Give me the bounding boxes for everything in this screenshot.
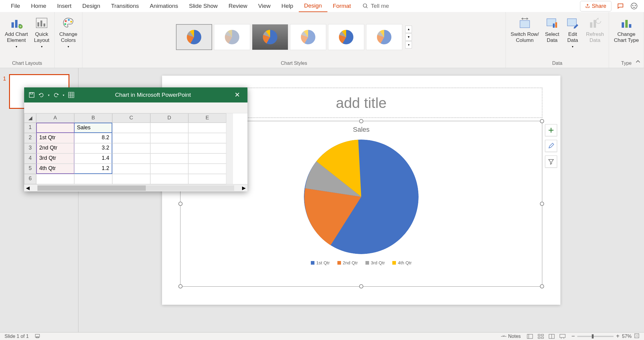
row-header-5[interactable]: 5	[24, 164, 36, 174]
col-header-d[interactable]: D	[150, 113, 188, 123]
chart-styles-button[interactable]	[545, 140, 557, 152]
cell-d3[interactable]	[150, 143, 188, 153]
vertical-scrollbar[interactable]	[226, 113, 233, 184]
cell-a3[interactable]: 2nd Qtr	[36, 143, 74, 153]
cell-a5[interactable]: 4th Qtr	[36, 164, 74, 174]
chart-style-2[interactable]	[214, 24, 250, 50]
col-header-b[interactable]: B	[74, 113, 112, 123]
slideshow-view-button[interactable]	[559, 333, 566, 339]
zoom-in-button[interactable]: +	[616, 333, 620, 340]
row-header-1[interactable]: 1	[24, 123, 36, 133]
row-header-2[interactable]: 2	[24, 133, 36, 143]
add-chart-element-button[interactable]: + Add Chart Element ▾	[4, 14, 29, 49]
select-data-button[interactable]: Select Data	[544, 14, 561, 45]
menu-file[interactable]: File	[5, 0, 26, 12]
cell-a6[interactable]	[36, 174, 74, 184]
zoom-slider[interactable]	[577, 336, 614, 337]
edit-data-button[interactable]: Edit Data ▾	[564, 14, 581, 49]
cell-c4[interactable]	[112, 153, 150, 164]
change-colors-button[interactable]: Change Colors ▾	[58, 14, 79, 49]
menu-transitions[interactable]: Transitions	[106, 0, 144, 12]
refresh-data-button[interactable]: Refresh Data	[585, 14, 605, 45]
reading-view-button[interactable]	[548, 333, 555, 339]
cell-d5[interactable]	[150, 164, 188, 174]
sorter-view-button[interactable]	[537, 333, 544, 339]
cell-b5[interactable]: 1.2	[74, 164, 112, 174]
cell-c5[interactable]	[112, 164, 150, 174]
cell-e2[interactable]	[188, 133, 226, 143]
fit-to-window-button[interactable]	[634, 333, 639, 340]
menu-help[interactable]: Help	[276, 0, 298, 12]
zoom-level[interactable]: 57%	[622, 334, 632, 339]
chart-style-1[interactable]	[176, 24, 212, 50]
change-chart-type-button[interactable]: Change Chart Type	[613, 14, 640, 45]
row-header-4[interactable]: 4	[24, 153, 36, 164]
cell-d2[interactable]	[150, 133, 188, 143]
menu-chart-format[interactable]: Format	[327, 0, 356, 12]
col-header-c[interactable]: C	[112, 113, 150, 123]
menu-animations[interactable]: Animations	[144, 0, 183, 12]
accessibility-button[interactable]	[35, 333, 40, 340]
cell-a2[interactable]: 1st Qtr	[36, 133, 74, 143]
chart-style-5[interactable]	[328, 24, 364, 50]
excel-formula-bar[interactable]	[24, 102, 247, 113]
notes-button[interactable]: Notes	[501, 334, 521, 339]
normal-view-button[interactable]	[526, 333, 534, 339]
cell-d4[interactable]	[150, 153, 188, 164]
cell-d1[interactable]	[150, 123, 188, 133]
chart-legend[interactable]: 1st Qtr 2nd Qtr 3rd Qtr 4th Qtr	[180, 260, 542, 265]
cell-a1[interactable]	[36, 123, 74, 133]
chart-elements-button[interactable]	[545, 124, 557, 136]
cell-b2[interactable]: 8.2	[74, 133, 112, 143]
cell-e5[interactable]	[188, 164, 226, 174]
gallery-scroll-down[interactable]: ▼	[405, 33, 412, 41]
menu-design[interactable]: Design	[77, 0, 106, 12]
menu-chart-design[interactable]: Design	[299, 0, 327, 12]
horizontal-scrollbar[interactable]: ◀ ▶	[24, 184, 247, 191]
cell-b3[interactable]: 3.2	[74, 143, 112, 153]
redo-icon[interactable]	[53, 92, 59, 98]
menu-slideshow[interactable]: Slide Show	[183, 0, 223, 12]
zoom-out-button[interactable]: −	[572, 333, 575, 340]
pie-chart[interactable]	[304, 140, 419, 254]
share-button[interactable]: Share	[580, 1, 611, 11]
ribbon-collapse-button[interactable]	[636, 59, 642, 65]
cell-b4[interactable]: 1.4	[74, 153, 112, 164]
menu-view[interactable]: View	[253, 0, 276, 12]
cell-b6[interactable]	[74, 174, 112, 184]
chart-filters-button[interactable]	[545, 156, 557, 168]
chart-style-4[interactable]	[290, 24, 326, 50]
tell-me-search[interactable]: Tell me	[362, 3, 389, 9]
excel-close-button[interactable]: ✕	[231, 91, 243, 99]
undo-icon[interactable]	[38, 92, 44, 98]
cell-c3[interactable]	[112, 143, 150, 153]
switch-row-column-button[interactable]: Switch Row/ Column	[509, 14, 540, 45]
feedback-button[interactable]	[630, 2, 639, 11]
col-header-e[interactable]: E	[188, 113, 226, 123]
cell-e4[interactable]	[188, 153, 226, 164]
menu-review[interactable]: Review	[223, 0, 253, 12]
menu-home[interactable]: Home	[26, 0, 52, 12]
row-header-6[interactable]: 6	[24, 174, 36, 184]
chart-style-6[interactable]	[366, 24, 402, 50]
gallery-more[interactable]: ▾	[405, 41, 412, 49]
cell-e6[interactable]	[188, 174, 226, 184]
cell-e1[interactable]	[188, 123, 226, 133]
grid-icon[interactable]	[68, 92, 75, 98]
excel-titlebar[interactable]: ▾ ▾ Chart in Microsoft PowerPoint ✕	[24, 87, 247, 102]
cell-c6[interactable]	[112, 174, 150, 184]
cell-c2[interactable]	[112, 133, 150, 143]
cell-c1[interactable]	[112, 123, 150, 133]
cell-d6[interactable]	[150, 174, 188, 184]
col-header-a[interactable]: A	[36, 113, 74, 123]
row-header-3[interactable]: 3	[24, 143, 36, 153]
comments-button[interactable]	[616, 2, 625, 11]
menu-insert[interactable]: Insert	[52, 0, 77, 12]
cell-b1[interactable]: Sales	[74, 123, 112, 133]
cell-a4[interactable]: 3rd Qtr	[36, 153, 74, 164]
gallery-scroll-up[interactable]: ▲	[405, 26, 412, 33]
cell-e3[interactable]	[188, 143, 226, 153]
save-icon[interactable]	[29, 92, 35, 98]
quick-layout-button[interactable]: Quick Layout ▾	[33, 14, 51, 49]
select-all-corner[interactable]: ◢	[24, 113, 36, 123]
